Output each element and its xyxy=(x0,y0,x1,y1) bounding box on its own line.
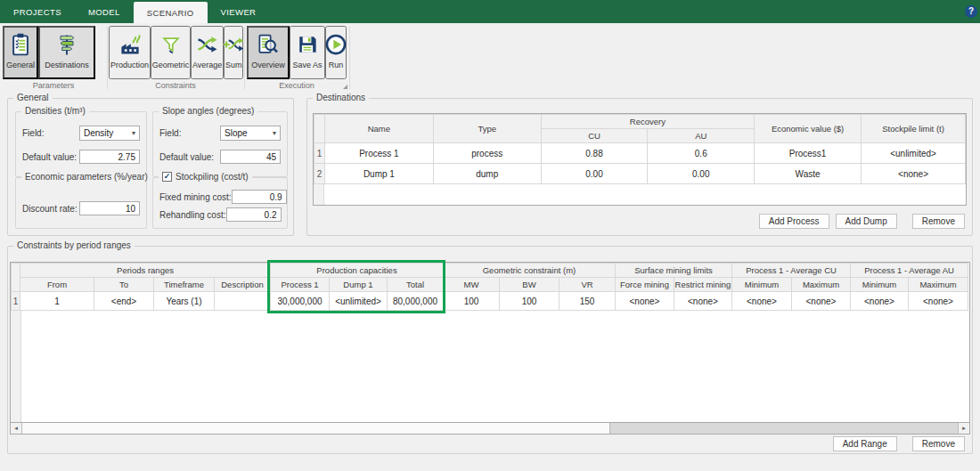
col-header-vr[interactable]: VR xyxy=(559,278,616,292)
cell-vr[interactable]: 150 xyxy=(559,292,616,311)
col-header-from[interactable]: From xyxy=(20,278,94,292)
geometric-button[interactable]: Geometric xyxy=(151,26,191,79)
ribbon-group-label-execution: Execution xyxy=(245,81,348,90)
stockpiling-title: Stockpiling (cost/t) xyxy=(176,172,249,182)
cell-cu-minimum[interactable]: <none> xyxy=(732,292,792,311)
cell-dump1-capacity[interactable]: <unlimited> xyxy=(330,292,388,311)
remove-destination-button[interactable]: Remove xyxy=(912,214,965,229)
cell-mw[interactable]: 100 xyxy=(444,292,500,311)
discount-rate-input[interactable] xyxy=(79,201,140,215)
col-header-cu-maximum[interactable]: Maximum xyxy=(792,278,851,292)
densities-default-input[interactable] xyxy=(79,150,140,164)
cell-type[interactable]: dump xyxy=(433,164,541,184)
sum-button[interactable]: Sum xyxy=(224,26,243,79)
densities-field-select[interactable]: Density xyxy=(79,126,140,141)
cell-au[interactable]: 0.6 xyxy=(648,143,755,164)
destinations-button[interactable]: Destinations xyxy=(38,26,95,79)
scrollbar-track[interactable] xyxy=(610,423,958,434)
ribbon-group-parameters: General Destinations Parameters xyxy=(1,23,106,92)
cell-restrict-mining[interactable]: <none> xyxy=(674,292,732,311)
row-number[interactable]: 1 xyxy=(314,143,325,164)
help-icon[interactable]: ? xyxy=(965,5,977,18)
scroll-left-arrow-icon[interactable]: ◂ xyxy=(11,423,22,434)
fixed-mining-cost-input[interactable] xyxy=(232,190,287,204)
col-header-au-minimum[interactable]: Minimum xyxy=(851,278,909,292)
col-header-bw[interactable]: BW xyxy=(500,278,559,292)
col-header-economic-value[interactable]: Economic value ($) xyxy=(755,115,862,143)
col-header-cu[interactable]: CU xyxy=(541,129,648,143)
constraints-panel: Constraints by period ranges Periods ran… xyxy=(7,246,973,454)
col-header-au[interactable]: AU xyxy=(648,129,755,143)
cell-bw[interactable]: 100 xyxy=(500,292,559,311)
add-dump-button[interactable]: Add Dump xyxy=(836,214,897,229)
cell-cu[interactable]: 0.00 xyxy=(541,164,648,184)
save-as-button[interactable]: Save As xyxy=(290,26,325,79)
dialog-launcher-icon[interactable] xyxy=(343,85,347,89)
tab-model[interactable]: MODEL xyxy=(75,0,134,23)
fixed-mining-cost-label: Fixed mining cost: xyxy=(159,192,232,202)
cell-economic-value[interactable]: Process1 xyxy=(755,143,862,164)
remove-range-button[interactable]: Remove xyxy=(912,436,965,451)
tab-projects[interactable]: PROJECTS xyxy=(0,0,75,23)
table-row: 2 Dump 1 dump 0.00 0.00 Waste <none> xyxy=(314,164,966,184)
rehandling-cost-label: Rehandling cost: xyxy=(159,210,226,220)
ribbon-group-constraints: Production Geometric xyxy=(108,23,243,92)
rehandling-cost-input[interactable] xyxy=(226,207,282,222)
cell-from[interactable]: 1 xyxy=(20,292,94,311)
cell-name[interactable]: Process 1 xyxy=(324,143,433,164)
col-header-force-mining[interactable]: Force mining xyxy=(616,278,674,292)
general-button[interactable]: General xyxy=(3,26,38,79)
add-range-button[interactable]: Add Range xyxy=(833,436,897,451)
cell-type[interactable]: process xyxy=(433,143,541,164)
overview-button[interactable]: Overview xyxy=(247,26,290,79)
cell-force-mining[interactable]: <none> xyxy=(616,292,674,311)
col-header-au-maximum[interactable]: Maximum xyxy=(909,278,968,292)
slope-field-value: Slope xyxy=(225,128,248,138)
cell-total-capacity[interactable]: 80,000,000 xyxy=(388,292,444,311)
cell-au[interactable]: 0.00 xyxy=(648,164,755,184)
row-number[interactable]: 1 xyxy=(12,292,20,311)
cell-stockpile-limit[interactable]: <unlimited> xyxy=(862,143,966,164)
slope-default-input[interactable] xyxy=(220,150,281,164)
tab-viewer[interactable]: VIEWER xyxy=(208,0,270,23)
col-header-total[interactable]: Total xyxy=(388,278,444,292)
production-button-label: Production xyxy=(110,61,149,69)
col-header-type[interactable]: Type xyxy=(433,115,541,143)
scrollbar-thumb[interactable] xyxy=(22,423,610,434)
col-header-description[interactable]: Description xyxy=(215,278,271,292)
scroll-right-arrow-icon[interactable]: ▸ xyxy=(958,423,969,434)
run-button[interactable]: Run xyxy=(325,26,347,79)
col-header-to[interactable]: To xyxy=(94,278,154,292)
col-header-cu-minimum[interactable]: Minimum xyxy=(732,278,792,292)
slope-field-select[interactable]: Slope xyxy=(220,126,281,141)
cell-cu-maximum[interactable]: <none> xyxy=(792,292,851,311)
row-number[interactable]: 2 xyxy=(314,164,325,184)
cell-description[interactable] xyxy=(215,292,271,311)
tab-scenario[interactable]: SCENARIO xyxy=(134,2,208,23)
add-process-button[interactable]: Add Process xyxy=(759,214,829,229)
cell-au-minimum[interactable]: <none> xyxy=(851,292,909,311)
col-header-restrict-mining[interactable]: Restrict mining xyxy=(674,278,732,292)
cell-name[interactable]: Dump 1 xyxy=(324,164,433,184)
cell-economic-value[interactable]: Waste xyxy=(755,164,862,184)
destinations-button-label: Destinations xyxy=(45,61,89,69)
production-button[interactable]: Production xyxy=(109,26,151,79)
cell-timeframe[interactable]: Years (1) xyxy=(154,292,215,311)
ribbon-group-label-constraints: Constraints xyxy=(108,81,243,90)
col-header-mw[interactable]: MW xyxy=(444,278,500,292)
cell-process1-capacity[interactable]: 30,000,000 xyxy=(271,292,330,311)
ribbon-toolbar: General Destinations Parameters xyxy=(0,23,980,92)
cell-au-maximum[interactable]: <none> xyxy=(909,292,968,311)
col-header-name[interactable]: Name xyxy=(324,115,433,143)
group-header-production-capacities: Production capacities xyxy=(271,264,444,278)
col-header-recovery[interactable]: Recovery xyxy=(541,115,755,129)
col-header-dump1[interactable]: Dump 1 xyxy=(330,278,388,292)
document-magnifier-icon xyxy=(254,31,282,58)
cell-cu[interactable]: 0.88 xyxy=(541,143,648,164)
cell-stockpile-limit[interactable]: <none> xyxy=(862,164,966,184)
cell-to[interactable]: <end> xyxy=(94,292,154,311)
col-header-process1[interactable]: Process 1 xyxy=(271,278,330,292)
col-header-timeframe[interactable]: Timeframe xyxy=(154,278,215,292)
col-header-stockpile-limit[interactable]: Stockpile limit (t) xyxy=(862,115,966,143)
stockpiling-checkbox[interactable] xyxy=(162,172,172,182)
